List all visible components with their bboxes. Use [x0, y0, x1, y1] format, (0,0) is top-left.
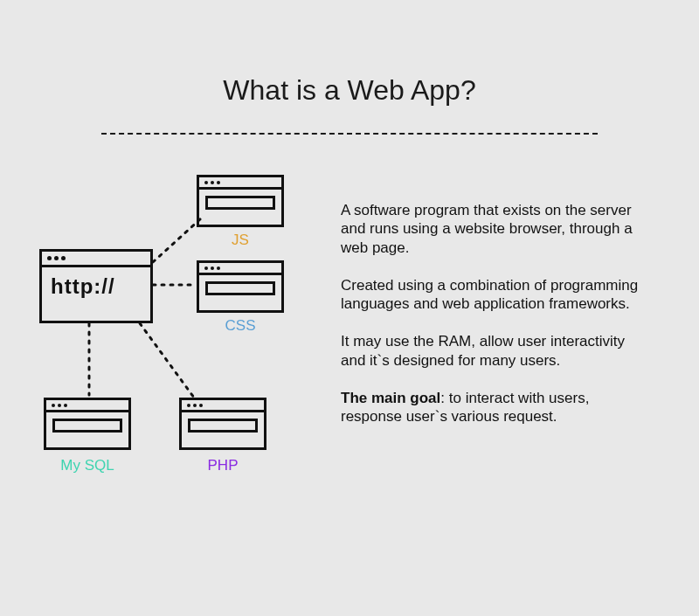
css-label: CSS: [197, 317, 284, 335]
divider: [101, 133, 598, 135]
page-title: What is a Web App?: [0, 0, 699, 107]
http-label: http://: [51, 274, 142, 299]
svg-line-2: [140, 323, 194, 398]
css-window-icon: [197, 260, 284, 313]
paragraph-1: A software program that exists on the se…: [341, 201, 642, 257]
svg-line-1: [153, 218, 201, 262]
js-label: JS: [197, 232, 284, 249]
php-label: PHP: [179, 457, 266, 474]
paragraph-3: It may use the RAM, allow user interacti…: [341, 332, 642, 370]
paragraph-2: Created using a combination of programmi…: [341, 276, 642, 314]
http-window-icon: http://: [39, 249, 153, 323]
diagram-canvas: http:// JS CSS PHP My SQL A software pro…: [0, 149, 699, 616]
php-window-icon: [179, 398, 266, 450]
mysql-label: My SQL: [44, 457, 131, 474]
mysql-window-icon: [44, 398, 131, 450]
js-window-icon: [197, 175, 284, 227]
paragraph-4: The main goal: to interact with users, r…: [341, 389, 642, 426]
description-text: A software program that exists on the se…: [341, 201, 642, 445]
